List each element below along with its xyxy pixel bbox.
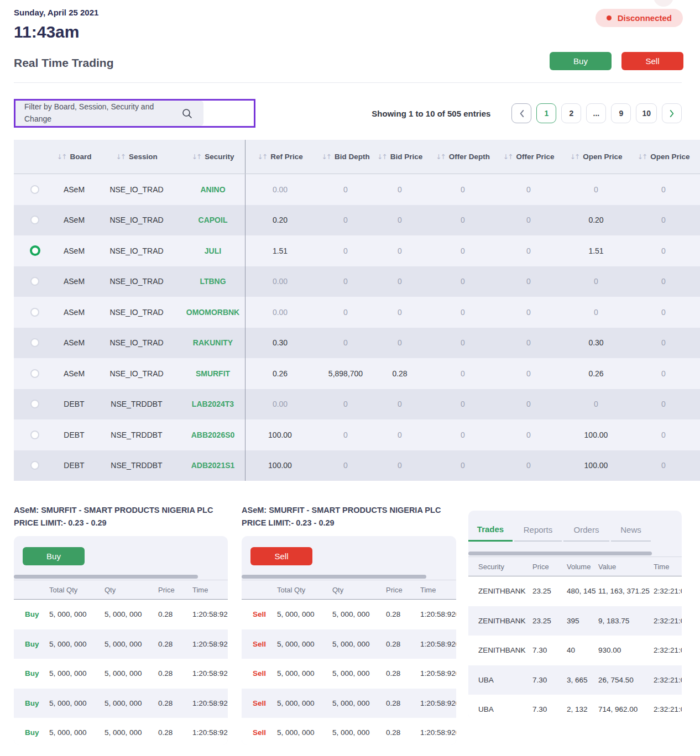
offer-depth-cell-value: 0 [461, 277, 465, 286]
select-cell [14, 185, 56, 194]
market-row-omomorbnk[interactable]: ASeMNSE_IO_TRADOMOMORBNK0.00000000 [14, 297, 700, 328]
sell-table-body: Sell5, 000, 0005, 000, 0000.281:20:58:92… [242, 600, 456, 745]
session-cell: NSE_IO_TRAD [92, 308, 181, 317]
offer-price-cell: 0 [503, 431, 555, 439]
security-link[interactable]: ADB2021S1 [191, 461, 235, 470]
column-label: Security [205, 153, 234, 161]
bottom-section: ASeM: SMURFIT - SMART PRODUCTS NIGERIA P… [14, 504, 682, 745]
market-table-header: ↓↑Board↓↑Session↓↑Security↓↑Ref Price↓↑B… [14, 140, 700, 174]
pagination-page-9[interactable]: 9 [611, 103, 631, 123]
offer-depth-cell-value: 0 [461, 369, 465, 378]
session-cell: NSE_TRDDBT [92, 461, 181, 470]
market-row-ltbng[interactable]: ASeMNSE_IO_TRADLTBNG0.00000000 [14, 266, 700, 297]
pagination-page-1[interactable]: 1 [536, 103, 556, 123]
pagination-prev-button[interactable] [511, 103, 531, 123]
tab-trades[interactable]: Trades [468, 518, 513, 542]
sell-depth-panel: Sell Total QtyQtyPriceTime Sell5, 000, 0… [242, 536, 456, 745]
filter-input[interactable]: Filter by Board, Session, Security and C… [15, 101, 203, 126]
security-link[interactable]: ANINO [200, 185, 225, 194]
session-cell-value: NSE_TRDDBT [111, 400, 162, 408]
buy-button[interactable]: Buy [550, 52, 612, 70]
radio-button[interactable] [30, 245, 40, 256]
column-header-security-2[interactable]: ↓↑Security [181, 153, 245, 161]
security-link[interactable]: RAKUNITY [193, 338, 233, 347]
ref-price-cell-value: 100.00 [268, 461, 292, 470]
radio-button[interactable] [30, 216, 39, 224]
search-icon[interactable] [181, 108, 193, 119]
market-row-adb2021s1[interactable]: DEBTNSE_TRDDBTADB2021S1100.000000100.000 [14, 450, 700, 481]
sort-icon: ↓↑ [321, 153, 331, 161]
security-link[interactable]: OMOMORBNK [186, 308, 239, 317]
side-sell-order-row[interactable]: Sell5, 000, 0005, 000, 0000.281:20:58:92… [242, 718, 456, 745]
radio-button[interactable] [30, 461, 39, 470]
ref-price-cell: 0.30 [245, 328, 315, 359]
radio-button[interactable] [30, 431, 39, 439]
horizontal-scrollbar[interactable] [468, 552, 652, 555]
security-link[interactable]: SMURFIT [196, 369, 230, 378]
pagination-page-2[interactable]: 2 [561, 103, 581, 123]
market-row-juli[interactable]: ASeMNSE_IO_TRADJULI1.5100001.510 [14, 235, 700, 266]
market-row-lab2024t3[interactable]: DEBTNSE_TRDDBTLAB2024T30.00000000 [14, 389, 700, 420]
sell-button[interactable]: Sell [250, 547, 312, 565]
pagination-next-button[interactable] [662, 103, 682, 123]
side-buy-order-row[interactable]: Buy5, 000, 0005, 000, 0000.281:20:58:920… [14, 600, 228, 629]
column-header-open-price-9[interactable]: ↓↑Open Price [638, 153, 689, 161]
side-buy-order-row[interactable]: Buy5, 000, 0005, 000, 0000.281:20:58:920… [14, 659, 228, 689]
session-cell-value: NSE_IO_TRAD [109, 338, 163, 347]
open-price-cell-value: 0.20 [588, 216, 603, 224]
pagination-page-10[interactable]: 10 [636, 103, 657, 123]
radio-button[interactable] [30, 277, 39, 286]
tab-orders[interactable]: Orders [563, 518, 609, 542]
side-sell-order-row[interactable]: Sell5, 000, 0005, 000, 0000.281:20:58:92… [242, 659, 456, 689]
security-link[interactable]: LTBNG [200, 277, 226, 286]
offer-price-cell: 0 [503, 308, 555, 317]
tab-reports[interactable]: Reports [514, 518, 562, 542]
side-buy-order-row[interactable]: Buy5, 000, 0005, 000, 0000.281:20:58:920… [14, 718, 228, 745]
column-header-bid-price-5[interactable]: ↓↑Bid Price [377, 153, 423, 161]
column-header-session-1[interactable]: ↓↑Session [92, 153, 181, 161]
bid-depth-cell-value: 0 [343, 246, 348, 255]
avatar[interactable] [654, 0, 673, 7]
buy-button[interactable]: Buy [23, 547, 85, 565]
side-sell-order-row[interactable]: Sell5, 000, 0005, 000, 0000.281:20:58:92… [242, 689, 456, 718]
column-header-offer-depth-6[interactable]: ↓↑Offer Depth [423, 153, 503, 161]
horizontal-scrollbar[interactable] [242, 575, 426, 579]
bid-depth-cell-value: 0 [343, 308, 348, 317]
market-row-anino[interactable]: ASeMNSE_IO_TRADANINO0.00000000 [14, 174, 700, 205]
ref-price-cell: 0.00 [245, 174, 315, 205]
side-sell-order-row[interactable]: Sell5, 000, 0005, 000, 0000.281:20:58:92… [242, 600, 456, 629]
radio-button[interactable] [30, 338, 39, 347]
side-buy-order-row[interactable]: Buy5, 000, 0005, 000, 0000.281:20:58:920… [14, 689, 228, 718]
radio-button[interactable] [30, 185, 39, 194]
column-header-board-0[interactable]: ↓↑Board [56, 153, 92, 161]
side-buy-order-row[interactable]: Buy5, 000, 0005, 000, 0000.281:20:58:920… [14, 629, 228, 659]
market-watch-table: ↓↑Board↓↑Session↓↑Security↓↑Ref Price↓↑B… [14, 140, 700, 481]
open-price-cell-value: 100.00 [584, 431, 608, 439]
market-row-abb2026s0[interactable]: DEBTNSE_TRDDBTABB2026S0100.000000100.000 [14, 419, 700, 450]
column-header-bid-depth-4[interactable]: ↓↑Bid Depth [315, 153, 377, 161]
tab-news[interactable]: News [611, 518, 651, 542]
sell-button[interactable]: Sell [621, 52, 683, 70]
security-link[interactable]: LAB2024T3 [192, 400, 234, 408]
radio-button[interactable] [30, 369, 39, 378]
session-cell-value: NSE_IO_TRAD [109, 216, 163, 224]
pagination-page--[interactable]: ... [586, 103, 606, 123]
column-header-open-price-8[interactable]: ↓↑Open Price [555, 153, 638, 161]
price-cell: 0.28 [158, 610, 192, 618]
horizontal-scrollbar[interactable] [14, 575, 198, 579]
security-link[interactable]: ABB2026S0 [191, 431, 235, 439]
board-cell: ASeM [56, 338, 92, 347]
column-header-ref-price-3[interactable]: ↓↑Ref Price [245, 140, 315, 174]
market-row-smurfit[interactable]: ASeMNSE_IO_TRADSMURFIT0.265,898,7000.280… [14, 358, 700, 389]
market-row-capoil[interactable]: ASeMNSE_IO_TRADCAPOIL0.2000000.200 [14, 205, 700, 236]
security-link[interactable]: JULI [205, 246, 221, 255]
column-header-offer-price-7[interactable]: ↓↑Offer Price [503, 153, 555, 161]
radio-button[interactable] [30, 400, 39, 408]
radio-button[interactable] [30, 308, 39, 317]
side-sell-order-row[interactable]: Sell5, 000, 0005, 000, 0000.281:20:58:92… [242, 629, 456, 659]
security-cell: OMOMORBNK [181, 308, 245, 317]
filter-box[interactable]: Filter by Board, Session, Security and C… [14, 99, 255, 128]
price-cell: 7.30 [532, 676, 567, 684]
security-link[interactable]: CAPOIL [198, 216, 228, 224]
market-row-rakunity[interactable]: ASeMNSE_IO_TRADRAKUNITY0.3000000.300 [14, 328, 700, 359]
